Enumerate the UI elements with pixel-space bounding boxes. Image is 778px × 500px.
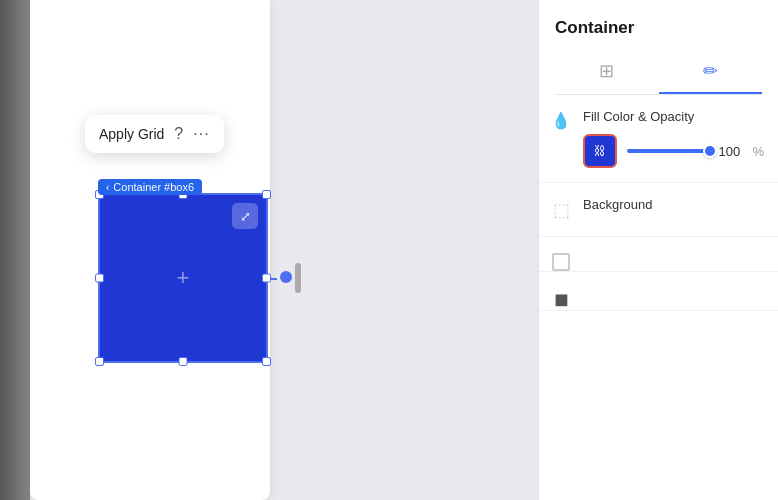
panel-tabs: ⊞ ✏ [555,50,762,95]
apply-grid-label: Apply Grid [99,126,164,142]
panel-header: Container ⊞ ✏ [539,0,778,95]
plus-icon: + [177,265,190,291]
percent-sign: % [752,144,764,159]
container-tag[interactable]: ‹ Container #box6 [98,179,202,195]
more-icon[interactable]: ··· [193,125,209,143]
chain-icon: ⛓ [594,144,606,158]
context-menu: Apply Grid ? ··· [85,115,224,153]
canvas-area: Apply Grid ? ··· ‹ Container #box6 + ⤢ [0,0,538,500]
background-icon: ⬚ [553,199,570,221]
fill-icon-col: 💧 [539,95,583,182]
handle-bottom-mid[interactable] [179,357,188,366]
fill-color-section: 💧 Fill Color & Opacity ⛓ 100 % [539,95,778,183]
style-icon: ✏ [703,60,718,82]
expand-icon[interactable]: ⤢ [232,203,258,229]
color-row: ⛓ 100 % [583,134,764,168]
slider-fill [627,149,710,153]
handle-bottom-left[interactable] [95,357,104,366]
expand-arrow-icon: ⤢ [240,209,251,224]
dark-edge [0,0,30,500]
slider-thumb[interactable] [703,144,717,158]
border-icon-col [539,237,583,271]
color-swatch-button[interactable]: ⛓ [583,134,617,168]
handle-top-right[interactable] [262,190,271,199]
question-icon[interactable]: ? [174,125,183,143]
panel-title: Container [555,18,762,38]
panel-body: 💧 Fill Color & Opacity ⛓ 100 % [539,95,778,500]
border-content [583,237,778,271]
droplet-icon: 💧 [551,111,571,130]
shadow-content [583,272,778,310]
right-panel: Container ⊞ ✏ 💧 Fill Color & Opacity ⛓ [538,0,778,500]
connector-end [295,263,301,293]
fill-title: Fill Color & Opacity [583,109,764,124]
opacity-slider[interactable] [627,149,710,153]
handle-bottom-right[interactable] [262,357,271,366]
container-tag-text: Container #box6 [113,181,194,193]
background-title: Background [583,197,764,212]
tab-layout[interactable]: ⊞ [555,50,659,94]
tab-style[interactable]: ✏ [659,50,763,94]
shadow-icon: ◼ [554,288,569,310]
border-icon [552,253,570,271]
background-section: ⬚ Background [539,183,778,237]
container-tag-arrow: ‹ [106,182,109,193]
blue-container[interactable]: + ⤢ [98,193,268,363]
page-frame: Apply Grid ? ··· ‹ Container #box6 + ⤢ [30,0,270,500]
connector-dot [280,271,292,283]
opacity-value: 100 [718,144,744,159]
layout-icon: ⊞ [599,60,614,82]
background-icon-col: ⬚ [539,183,583,236]
opacity-row: 100 % [627,144,764,159]
fill-content: Fill Color & Opacity ⛓ 100 % [583,95,778,182]
background-content: Background [583,183,778,236]
border-section [539,237,778,272]
shadow-section: ◼ [539,272,778,311]
handle-mid-right[interactable] [262,274,271,283]
handle-mid-left[interactable] [95,274,104,283]
shadow-icon-col: ◼ [539,272,583,310]
